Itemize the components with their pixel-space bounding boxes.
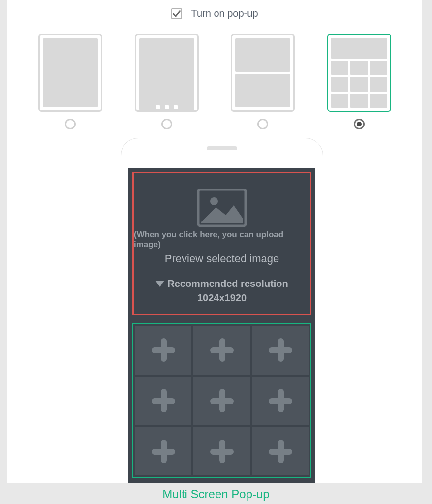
image-slot[interactable] [135,427,191,475]
check-icon [173,10,181,17]
layout-block [331,38,387,59]
image-slot[interactable] [193,427,250,475]
layout-block [235,38,290,72]
layout-thumb-slideshow [135,34,199,112]
layout-option-row [7,34,422,139]
image-slot[interactable] [252,326,309,375]
phone-screen: (When you click here, you can upload ima… [128,168,315,483]
plus-icon [210,338,234,362]
layout-radio-slideshow[interactable] [161,119,172,129]
phone-speaker-icon [207,146,237,150]
layout-radio-grid[interactable] [354,119,365,129]
layout-option-grid[interactable] [327,34,391,129]
layout-option-slideshow[interactable] [135,34,199,129]
figure-caption: Multi Screen Pop-up [0,483,432,504]
plus-icon [269,389,292,412]
image-slot[interactable] [193,326,250,375]
upload-hero-area[interactable]: (When you click here, you can upload ima… [132,172,311,315]
triangle-down-icon [155,281,164,287]
image-placeholder-icon [197,189,247,227]
layout-block [139,38,194,110]
settings-panel: Turn on pop-up [7,0,422,483]
layout-option-two-panel[interactable] [231,34,295,129]
plus-icon [269,338,292,362]
plus-icon [152,440,175,463]
plus-icon [269,440,292,463]
preview-selected-text: Preview selected image [165,252,279,265]
layout-radio-single[interactable] [65,119,76,129]
image-slot[interactable] [252,427,309,475]
phone-preview-frame: (When you click here, you can upload ima… [121,138,323,482]
image-slot[interactable] [193,377,250,425]
layout-radio-two-panel[interactable] [257,119,268,129]
upload-hint-text: (When you click here, you can upload ima… [134,230,310,250]
layout-option-single[interactable] [38,34,102,129]
layout-grid-icon [331,61,387,108]
recommended-resolution-value: 1024x1920 [197,292,247,304]
popup-toggle-label: Turn on pop-up [191,8,258,19]
layout-thumb-grid [327,34,391,112]
recommended-label-text: Recommended resolution [167,278,288,289]
popup-toggle-checkbox[interactable] [171,8,182,19]
layout-block [235,74,290,107]
plus-icon [152,338,175,362]
plus-icon [152,389,175,412]
image-slot[interactable] [135,326,191,375]
plus-icon [210,389,234,412]
pager-dots-icon [139,102,194,110]
radio-dot-icon [357,122,362,126]
image-slot[interactable] [252,377,309,425]
svg-point-1 [210,197,218,205]
layout-block [43,38,98,107]
layout-thumb-single [38,34,102,112]
plus-icon [210,440,234,463]
layout-thumb-two-panel [231,34,295,112]
popup-toggle-row: Turn on pop-up [7,0,422,34]
image-slot[interactable] [135,377,191,425]
recommended-resolution-label: Recommended resolution [155,278,288,289]
image-slot-grid [132,323,311,478]
